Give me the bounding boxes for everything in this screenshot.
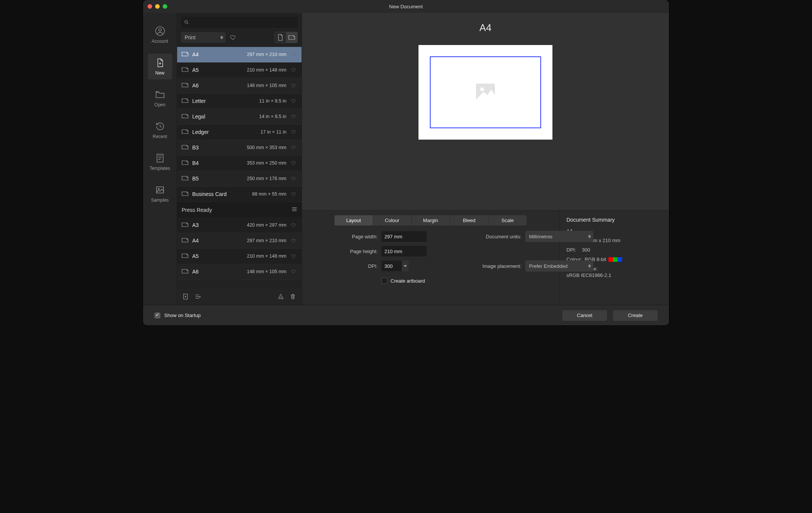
- preset-row[interactable]: Ledger17 in × 11 in: [177, 124, 302, 140]
- preset-row[interactable]: Legal14 in × 8.5 in: [177, 109, 302, 124]
- favourite-toggle[interactable]: [290, 145, 297, 150]
- window-title: New Document: [143, 4, 669, 9]
- cancel-button[interactable]: Cancel: [562, 310, 607, 321]
- tab-bleed[interactable]: Bleed: [450, 215, 488, 225]
- orientation-portrait-button[interactable]: [275, 32, 286, 43]
- preset-row[interactable]: A5210 mm × 148 mm: [177, 62, 302, 78]
- page-landscape-icon: [182, 129, 188, 135]
- dpi-dropdown-button[interactable]: [402, 261, 409, 271]
- preset-size: 297 mm × 210 mm: [202, 238, 286, 243]
- preset-row[interactable]: A6148 mm × 105 mm: [177, 78, 302, 93]
- samples-icon: [155, 185, 165, 195]
- main-panel: A4 LayoutColourMarginBleedScale Page wid…: [302, 13, 669, 305]
- page-height-input[interactable]: [381, 246, 427, 256]
- page-width-label: Page width:: [313, 234, 381, 239]
- templates-icon: [155, 153, 165, 163]
- preset-size: 14 in × 8.5 in: [209, 114, 286, 119]
- sidebar-item-label: Templates: [149, 166, 170, 171]
- favourite-toggle[interactable]: [290, 52, 297, 57]
- sidebar-item-templates[interactable]: Templates: [148, 149, 172, 175]
- page-landscape-icon: [182, 113, 188, 120]
- favourite-toggle[interactable]: [290, 83, 297, 88]
- favourite-toggle[interactable]: [290, 253, 297, 259]
- favourite-toggle[interactable]: [290, 238, 297, 243]
- chevron-updown-icon: [220, 36, 223, 39]
- preset-name: A6: [192, 82, 199, 89]
- colour-swatch: [608, 257, 613, 262]
- summary-dpi-label: DPI:: [566, 247, 576, 253]
- preset-row[interactable]: A4297 mm × 210 mm: [177, 233, 302, 249]
- preset-section-header[interactable]: Press Ready: [177, 202, 302, 218]
- preset-row[interactable]: Business Card88 mm × 55 mm: [177, 187, 302, 202]
- preset-row[interactable]: A4297 mm × 210 mm: [177, 47, 302, 62]
- search-input[interactable]: [181, 17, 298, 28]
- preset-name: A5: [192, 67, 199, 73]
- sidebar-item-samples[interactable]: Samples: [148, 181, 172, 207]
- favourite-toggle[interactable]: [290, 160, 297, 166]
- page-landscape-icon: [182, 67, 188, 73]
- add-preset-button[interactable]: [182, 292, 190, 301]
- preset-size: 420 mm × 297 mm: [202, 222, 286, 228]
- favourite-toggle[interactable]: [290, 222, 297, 228]
- sidebar-item-open[interactable]: Open: [148, 86, 172, 111]
- favourite-toggle[interactable]: [290, 67, 297, 73]
- preview-area: A4: [302, 13, 669, 210]
- preset-row[interactable]: A6148 mm × 105 mm: [177, 264, 302, 280]
- orientation-toggle: [274, 32, 298, 43]
- image-placement-dropdown[interactable]: Prefer Embedded: [525, 260, 593, 272]
- page-landscape-icon: [182, 145, 188, 151]
- document-units-label: Document units:: [457, 234, 525, 239]
- document-units-dropdown[interactable]: Millimetres: [525, 231, 593, 242]
- new-document-window: New Document Account New Open: [143, 0, 669, 325]
- preset-row[interactable]: B3500 mm × 353 mm: [177, 140, 302, 155]
- menu-icon[interactable]: [292, 207, 297, 213]
- page-landscape-icon: [182, 51, 188, 58]
- sidebar-item-label: New: [155, 70, 164, 76]
- preset-row[interactable]: B4353 mm × 250 mm: [177, 155, 302, 171]
- dpi-input[interactable]: [381, 261, 402, 271]
- show-on-startup-checkbox[interactable]: [154, 312, 160, 319]
- sidebar-item-new[interactable]: New: [148, 54, 172, 79]
- sidebar-item-account[interactable]: Account: [148, 22, 172, 48]
- category-value: Print: [185, 34, 196, 40]
- page-width-input[interactable]: [381, 231, 427, 242]
- history-icon: [155, 121, 165, 132]
- svg-point-5: [185, 20, 187, 23]
- favourite-toggle[interactable]: [290, 269, 297, 274]
- preset-name: Letter: [192, 98, 206, 104]
- preset-name: A5: [192, 253, 199, 259]
- preset-size: 17 in × 11 in: [213, 129, 286, 135]
- favourites-filter-button[interactable]: [229, 34, 237, 41]
- preset-name: A4: [192, 51, 199, 58]
- favourite-toggle[interactable]: [290, 191, 297, 197]
- favourite-toggle[interactable]: [290, 114, 297, 119]
- tab-scale[interactable]: Scale: [488, 215, 527, 225]
- preset-row[interactable]: A5210 mm × 148 mm: [177, 249, 302, 264]
- preset-list[interactable]: A4297 mm × 210 mmA5210 mm × 148 mmA6148 …: [177, 47, 302, 288]
- preset-row[interactable]: B5250 mm × 176 mm: [177, 171, 302, 187]
- orientation-landscape-button[interactable]: [286, 32, 297, 43]
- tab-layout[interactable]: Layout: [334, 215, 373, 225]
- summary-heading: Document Summary: [566, 217, 662, 223]
- sidebar-item-label: Account: [152, 39, 168, 44]
- delete-preset-button[interactable]: [289, 292, 297, 301]
- preset-size: 500 mm × 353 mm: [202, 145, 286, 150]
- tab-margin[interactable]: Margin: [412, 215, 450, 225]
- create-artboard-checkbox[interactable]: [381, 278, 387, 284]
- rename-preset-button[interactable]: [277, 292, 285, 301]
- preset-size: 88 mm × 55 mm: [230, 191, 286, 197]
- preset-row[interactable]: A3420 mm × 297 mm: [177, 218, 302, 233]
- add-category-button[interactable]: [194, 292, 202, 301]
- preview-title: A4: [479, 22, 492, 34]
- tab-colour[interactable]: Colour: [373, 215, 412, 225]
- sidebar-item-recent[interactable]: Recent: [148, 117, 172, 143]
- category-dropdown[interactable]: Print: [181, 32, 226, 43]
- account-icon: [155, 26, 165, 36]
- favourite-toggle[interactable]: [290, 176, 297, 181]
- preset-name: A4: [192, 238, 199, 244]
- preset-size: 250 mm × 176 mm: [202, 176, 286, 181]
- favourite-toggle[interactable]: [290, 129, 297, 135]
- favourite-toggle[interactable]: [290, 98, 297, 104]
- preset-row[interactable]: Letter11 in × 8.5 in: [177, 93, 302, 109]
- create-button[interactable]: Create: [613, 310, 658, 321]
